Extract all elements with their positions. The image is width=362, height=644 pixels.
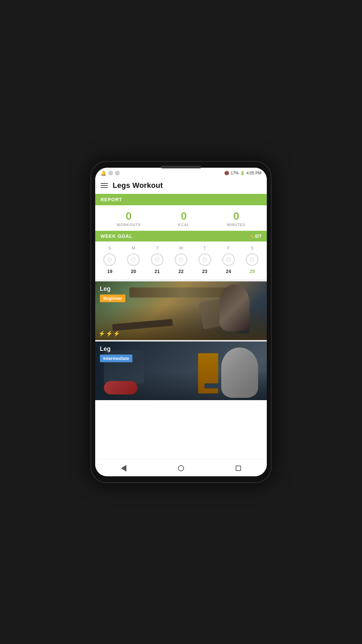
week-numbers: 19 20 21 22 23 24 25 [98,269,264,274]
week-circles [98,253,264,266]
day-label-sun: S [102,246,118,251]
menu-line-3 [101,187,108,188]
phone-notch [161,166,201,168]
day-label-tue: T [149,246,165,251]
status-dot-1 [108,171,113,175]
edit-icon: ✏️ [249,234,254,238]
level-badge-beginner: Beginner [100,294,125,302]
menu-button[interactable] [101,183,108,188]
day-circle-1[interactable] [127,253,140,266]
status-dot-2 [115,171,120,175]
stats-row: 0 WORKOUTS 0 KCAL 0 MINUTES [95,205,267,231]
menu-line-2 [101,185,108,186]
app-header: Legs Workout [95,178,267,194]
workout-card-intermediate[interactable]: Leg Intermediate [95,341,267,400]
home-button[interactable] [176,463,186,474]
card-category-2: Leg [100,345,132,353]
day-num-4: 23 [197,269,213,274]
day-num-0: 19 [102,269,118,274]
day-num-2: 21 [149,269,165,274]
workout-card-beginner[interactable]: Leg Beginner ⚡ ⚡ ⚡ [95,281,267,340]
day-label-mon: M [125,246,141,251]
card-category-1: Leg [100,285,125,292]
kcal-value: 0 [178,211,189,221]
kcal-label: KCAL [178,223,189,227]
status-left: 🔔 [101,170,120,176]
home-icon [178,465,184,471]
signal-icon: 📵 [224,171,229,175]
week-goal-display: 0/7 [255,233,261,239]
circle-inner-1 [131,258,135,262]
day-num-3: 22 [173,269,189,274]
circle-inner-6 [250,258,254,262]
day-circle-0[interactable] [103,253,116,266]
day-circle-4[interactable] [198,253,211,266]
back-button[interactable] [118,463,129,474]
stat-minutes: 0 MINUTES [227,211,245,227]
lightning-icon-3: ⚡ [113,330,120,337]
phone-screen: 🔔 📵 17% 🔋 4:05 PM Legs Workout REPORT [95,168,267,476]
week-goal-progress[interactable]: ✏️ 0/7 [249,233,261,239]
day-num-5: 24 [221,269,237,274]
day-num-6: 25 [244,269,260,274]
status-bar: 🔔 📵 17% 🔋 4:05 PM [95,168,267,178]
recent-button[interactable] [233,463,244,474]
day-circle-5[interactable] [222,253,235,266]
week-goal-header: WEEK GOAL ✏️ 0/7 [95,231,267,241]
card-top-left-2: Leg Intermediate [100,345,132,362]
circle-inner-2 [155,258,159,262]
battery-percent: 17% [231,171,239,175]
day-label-fri: F [221,246,237,251]
lightning-row-1: ⚡ ⚡ ⚡ [99,330,120,337]
circle-inner-5 [227,258,231,262]
bottom-nav [95,459,267,476]
phone-frame: 🔔 📵 17% 🔋 4:05 PM Legs Workout REPORT [90,161,272,483]
report-header: REPORT [95,194,267,205]
workout-list: Leg Beginner ⚡ ⚡ ⚡ [95,281,267,459]
lightning-icon-1: ⚡ [99,330,105,337]
minutes-value: 0 [227,211,245,221]
day-num-1: 20 [125,269,141,274]
status-right: 📵 17% 🔋 4:05 PM [224,171,261,175]
workouts-value: 0 [117,211,141,221]
circle-inner-4 [203,258,207,262]
minutes-label: MINUTES [227,223,245,227]
day-circle-3[interactable] [175,253,187,266]
stat-kcal: 0 KCAL [178,211,189,227]
card-top-left-1: Leg Beginner [100,285,125,302]
stat-workouts: 0 WORKOUTS [117,211,141,227]
menu-line-1 [101,183,108,184]
day-label-thu: T [197,246,213,251]
week-goal-label: WEEK GOAL [101,233,132,239]
bell-icon: 🔔 [101,170,106,176]
recent-icon [236,466,241,471]
report-label: REPORT [101,197,122,202]
clock: 4:05 PM [246,171,261,175]
day-circle-6[interactable] [246,253,258,266]
page-title: Legs Workout [113,181,163,190]
week-calendar: S M T W T F S 19 20 21 22 [95,241,267,279]
circle-inner-3 [179,258,183,262]
day-circle-2[interactable] [151,253,164,266]
back-icon [121,465,126,472]
day-label-wed: W [173,246,189,251]
day-label-sat: S [244,246,260,251]
workouts-label: WORKOUTS [117,223,141,227]
level-badge-intermediate: Intermediate [100,355,132,362]
battery-icon: 🔋 [240,171,245,175]
lightning-icon-2: ⚡ [106,330,113,337]
week-day-labels: S M T W T F S [98,246,264,251]
circle-inner-0 [108,258,112,262]
